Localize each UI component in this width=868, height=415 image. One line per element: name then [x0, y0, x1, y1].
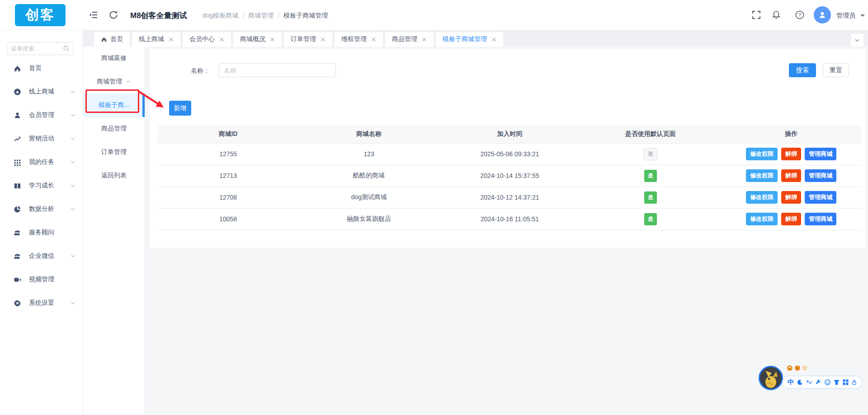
sidebar-item-home[interactable]: 首页 — [0, 56, 83, 80]
cell-mall-name: 酷酷的商城 — [298, 165, 439, 187]
menu-search-box — [7, 42, 74, 55]
collapse-sidebar-icon[interactable] — [89, 10, 99, 20]
keyboard-grid-icon[interactable] — [842, 379, 849, 386]
submenu-item-decorate[interactable]: 商城装修 — [83, 47, 145, 70]
manage-mall-button[interactable]: 管理商城 — [805, 191, 836, 204]
sidebar-item-online-mall[interactable]: 线上商城 — [0, 80, 83, 103]
sidebar-item-tasks[interactable]: 我的任务 — [0, 150, 83, 174]
close-icon[interactable] — [169, 37, 174, 42]
user-avatar[interactable] — [814, 6, 831, 23]
ime-avatar[interactable] — [759, 366, 783, 390]
sidebar-item-video[interactable]: 视频管理 — [0, 268, 83, 291]
close-icon[interactable] — [491, 37, 496, 42]
chevron-down-icon — [70, 89, 75, 94]
sidebar-menu: 首页 线上商城 会员管理 营销活动 我的任务 学习成长 — [0, 56, 83, 315]
sidebar-item-advisor[interactable]: 服务顾问 — [0, 221, 83, 244]
ime-status-badges — [787, 365, 807, 371]
primary-sidebar: 首页 线上商城 会员管理 营销活动 我的任务 学习成长 — [0, 30, 83, 415]
close-icon[interactable] — [321, 37, 326, 42]
member-icon — [14, 112, 21, 119]
sidebar-item-wecom[interactable]: 企业微信 — [0, 244, 83, 268]
table-header-row: 商城ID 商城名称 加入时间 是否使用默认页面 操作 — [158, 126, 862, 143]
search-button[interactable]: 搜索 — [789, 63, 816, 77]
table-row: 10058 融颜女装旗舰店 2024-10-16 11:05:51 是 修改权限… — [158, 208, 862, 230]
close-icon[interactable] — [371, 37, 376, 42]
bell-icon[interactable] — [771, 10, 781, 20]
edit-permission-button[interactable]: 修改权限 — [746, 148, 778, 160]
reset-button[interactable]: 重置 — [823, 63, 849, 77]
ime-toolbar: 中 — [759, 364, 863, 393]
cell-join-time: 2025-05-06 09:33:21 — [439, 143, 580, 165]
ime-language-mode[interactable]: 中 — [788, 378, 794, 387]
sidebar-item-analytics[interactable]: 数据分析 — [0, 197, 83, 221]
content-card: 名称： 搜索 重置 新增 商城ID 商城名称 加入时间 是否使用默认页面 操作 — [150, 49, 865, 248]
breadcrumb-item[interactable]: 商城管理 — [248, 12, 274, 19]
person-icon — [818, 10, 827, 19]
user-menu[interactable]: 管理员 — [836, 12, 855, 20]
manage-mall-button[interactable]: 管理商城 — [805, 213, 836, 225]
smiley-icon[interactable] — [824, 379, 831, 386]
close-icon[interactable] — [422, 37, 427, 42]
moon-icon[interactable] — [797, 379, 803, 386]
tab-mall-overview[interactable]: 商城概况 — [233, 32, 282, 47]
unbind-button[interactable]: 解绑 — [781, 191, 801, 204]
close-icon[interactable] — [219, 37, 224, 42]
tab-orders[interactable]: 订单管理 — [284, 32, 332, 47]
book-icon — [14, 182, 21, 190]
name-field-label: 名称： — [191, 67, 210, 75]
user-caret-icon[interactable] — [860, 14, 865, 19]
unbind-button[interactable]: 解绑 — [781, 169, 801, 182]
unbind-button[interactable]: 解绑 — [781, 148, 801, 160]
chevron-down-icon — [854, 37, 860, 43]
submenu-item-orders[interactable]: 订单管理 — [83, 140, 145, 164]
star-badge-icon — [802, 365, 807, 371]
edit-permission-button[interactable]: 修改权限 — [746, 169, 778, 182]
cell-join-time: 2024-10-12 14:37:21 — [439, 187, 580, 208]
close-icon[interactable] — [270, 37, 275, 42]
tasks-grid-icon — [14, 159, 21, 166]
plush-avatar-image — [760, 367, 782, 389]
fullscreen-icon[interactable] — [751, 10, 761, 20]
tabs-overflow-button[interactable] — [851, 34, 863, 47]
sidebar-item-learning[interactable]: 学习成长 — [0, 174, 83, 197]
wrench-icon[interactable] — [815, 379, 821, 386]
sidebar-item-settings[interactable]: 系统设置 — [0, 291, 83, 315]
tab-products[interactable]: 商品管理 — [385, 32, 434, 47]
sidebar-item-members[interactable]: 会员管理 — [0, 103, 83, 127]
top-bar: 创客 M8创客全量测试 dog模板商城/商城管理/模板子商城管理 ? 管理员 — [0, 0, 868, 30]
ime-bar[interactable]: 中 — [782, 376, 863, 389]
manage-mall-button[interactable]: 管理商城 — [805, 169, 836, 182]
search-icon[interactable] — [63, 45, 70, 52]
logo-text: 创客 — [25, 6, 55, 24]
submenu-item-mall-manage[interactable]: 商城管理 — [83, 70, 145, 93]
punctuation-icon[interactable] — [806, 379, 812, 386]
open-tabs-bar: 首页 线上商城 会员中心 商城概况 订单管理 维权管理 商品管理 模板子商城管理 — [83, 30, 868, 47]
tab-template-submall[interactable]: 模板子商城管理 — [436, 32, 503, 47]
tab-online-mall[interactable]: 线上商城 — [132, 32, 180, 47]
unbind-button[interactable]: 解绑 — [781, 213, 801, 225]
skin-shirt-icon[interactable] — [833, 379, 840, 386]
table-row: 12713 酷酷的商城 2024-10-14 15:37:55 是 修改权限解绑… — [158, 165, 862, 187]
col-mall-name: 商城名称 — [298, 126, 439, 143]
lock-icon[interactable] — [851, 379, 857, 386]
help-icon[interactable]: ? — [795, 10, 805, 20]
tab-member-center[interactable]: 会员中心 — [183, 32, 231, 47]
edit-permission-button[interactable]: 修改权限 — [746, 213, 778, 225]
app-logo[interactable]: 创客 — [15, 4, 66, 26]
submenu-item-products[interactable]: 商品管理 — [83, 117, 145, 140]
manage-mall-button[interactable]: 管理商城 — [805, 148, 836, 160]
tab-home[interactable]: 首页 — [94, 32, 130, 47]
emoji-badge-icon — [794, 365, 801, 371]
submenu-item-template-submall[interactable]: 模板子商... — [83, 93, 145, 117]
tab-rights[interactable]: 维权管理 — [335, 32, 383, 47]
chevron-down-icon — [70, 159, 75, 165]
add-button[interactable]: 新增 — [169, 101, 191, 116]
col-mall-id: 商城ID — [158, 126, 298, 143]
breadcrumb-item[interactable]: dog模板商城 — [203, 12, 238, 19]
name-field[interactable] — [219, 63, 336, 77]
sidebar-item-marketing[interactable]: 营销活动 — [0, 127, 83, 150]
submenu-item-back[interactable]: 返回列表 — [83, 164, 145, 187]
edit-permission-button[interactable]: 修改权限 — [746, 191, 778, 204]
menu-search-input[interactable] — [11, 45, 63, 52]
refresh-icon[interactable] — [108, 10, 118, 20]
